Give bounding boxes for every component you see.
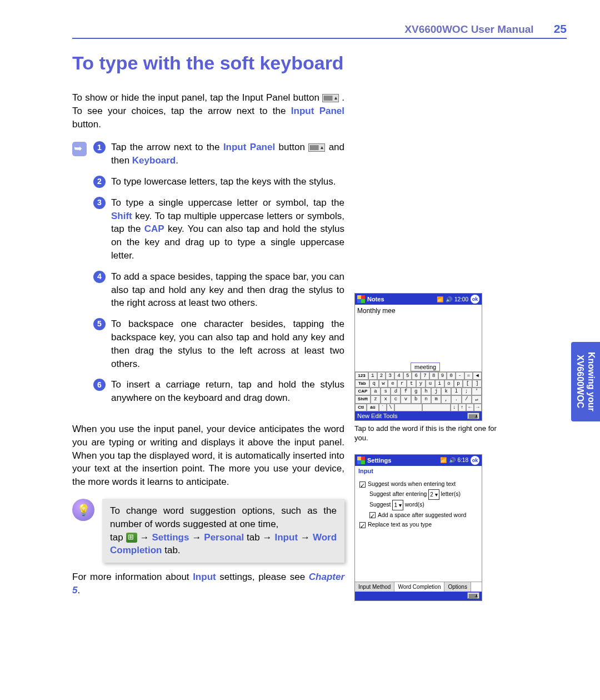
key[interactable]: 0 — [447, 372, 456, 380]
key[interactable]: ` — [379, 404, 387, 411]
key[interactable]: áü — [367, 404, 378, 411]
key[interactable]: 5 — [403, 372, 412, 380]
page-number: 25 — [554, 22, 567, 36]
key[interactable]: q — [369, 380, 379, 388]
key[interactable]: . — [451, 395, 461, 404]
key[interactable]: 8 — [429, 372, 438, 380]
key[interactable]: f — [401, 388, 411, 395]
windows-flag-icon — [357, 295, 365, 303]
key[interactable]: o — [444, 380, 454, 388]
step-3: 3 To type a single uppercase letter or s… — [93, 196, 344, 262]
settings-subheader: Input — [355, 466, 482, 476]
key[interactable] — [394, 404, 422, 411]
key[interactable]: 2 — [377, 372, 386, 380]
step-6: 6 To insert a carriage return, tap and h… — [93, 378, 344, 405]
key[interactable]: Tab — [355, 380, 369, 388]
section-title: To type with the soft keyboard — [72, 52, 567, 74]
step-number-badge: 1 — [93, 141, 106, 153]
key[interactable]: x — [381, 395, 391, 404]
key[interactable]: j — [431, 388, 441, 395]
key[interactable]: k — [441, 388, 451, 395]
letters-select[interactable]: 2 — [428, 489, 439, 500]
ok-button[interactable]: ok — [471, 295, 479, 304]
tab-input-method[interactable]: Input Method — [355, 582, 394, 592]
key[interactable]: e — [388, 380, 397, 388]
key[interactable]: d — [391, 388, 401, 395]
word-suggestion-popup[interactable]: meeting — [411, 363, 440, 371]
key[interactable]: ] — [472, 380, 482, 388]
key[interactable]: 7 — [421, 372, 429, 380]
key[interactable]: ; — [462, 388, 472, 395]
key[interactable]: 9 — [438, 372, 447, 380]
steps-list: 1 Tap the arrow next to the Input Panel … — [93, 141, 344, 413]
key[interactable]: p — [454, 380, 463, 388]
key[interactable]: z — [371, 395, 381, 404]
key[interactable] — [422, 404, 450, 411]
menu-bar[interactable]: New Edit Tools — [357, 413, 398, 419]
key[interactable]: Ctl — [355, 404, 367, 411]
key[interactable]: b — [411, 395, 421, 404]
key[interactable]: w — [379, 380, 388, 388]
signal-icon: 📶 — [440, 457, 447, 463]
key[interactable]: a — [371, 388, 381, 395]
replace-text-checkbox[interactable] — [359, 522, 366, 528]
key[interactable]: 3 — [386, 372, 394, 380]
key[interactable]: 6 — [412, 372, 421, 380]
key[interactable]: h — [421, 388, 431, 395]
key[interactable]: / — [462, 395, 472, 404]
key[interactable]: i — [435, 380, 444, 388]
tab-options[interactable]: Options — [444, 582, 471, 592]
key[interactable]: n — [421, 395, 431, 404]
footer-note: For more information about Input setting… — [72, 570, 344, 597]
key[interactable]: v — [401, 395, 411, 404]
key[interactable]: 4 — [394, 372, 403, 380]
input-panel-icon — [308, 143, 325, 152]
step-5: 5 To backspace one character besides, ta… — [93, 317, 344, 370]
step-number-badge: 2 — [93, 176, 106, 188]
key[interactable]: ← — [466, 404, 474, 411]
speaker-icon: 🔊 — [449, 457, 456, 463]
key[interactable]: t — [407, 380, 416, 388]
step-2: 2 To type lowercase letters, tap the key… — [93, 175, 344, 188]
key[interactable]: l — [451, 388, 461, 395]
soft-keyboard[interactable]: 1231234567890-=◄ Tabqwertyuiop[] CAPasdf… — [355, 371, 482, 411]
key[interactable]: r — [397, 380, 407, 388]
key[interactable]: 1 — [368, 372, 377, 380]
add-space-checkbox[interactable] — [369, 512, 376, 518]
ok-button[interactable]: ok — [471, 456, 479, 465]
suggest-words-checkbox[interactable] — [359, 481, 366, 488]
tip-box: To change word suggestion options, such … — [72, 499, 344, 563]
key[interactable]: ↑ — [458, 404, 466, 411]
key[interactable]: s — [381, 388, 391, 395]
key[interactable]: ' — [472, 388, 482, 395]
input-panel-icon[interactable] — [467, 413, 479, 419]
input-panel-icon[interactable] — [467, 592, 479, 599]
key[interactable]: = — [464, 372, 473, 380]
key[interactable]: , — [441, 395, 451, 404]
words-select[interactable]: 1 — [392, 500, 403, 510]
key[interactable]: → — [474, 404, 482, 411]
key[interactable]: \ — [387, 404, 394, 411]
key[interactable]: y — [416, 380, 426, 388]
intro-paragraph: To show or hide the input panel, tap the… — [72, 91, 344, 131]
key[interactable]: Shift — [355, 395, 371, 404]
key[interactable]: 123 — [355, 372, 368, 380]
settings-tabs[interactable]: Input Method Word Completion Options — [355, 582, 482, 592]
key[interactable]: [ — [463, 380, 472, 388]
key[interactable]: m — [431, 395, 441, 404]
step-number-badge: 3 — [93, 197, 106, 209]
page-header: XV6600WOC User Manual 25 — [72, 22, 567, 39]
start-menu-icon — [126, 533, 137, 543]
key[interactable]: u — [426, 380, 435, 388]
key[interactable]: CAP — [355, 388, 371, 395]
key[interactable]: ◄ — [473, 372, 482, 380]
key[interactable]: ↓ — [451, 404, 458, 411]
signal-icon: 📶 — [437, 296, 443, 302]
key[interactable]: g — [411, 388, 421, 395]
key[interactable]: - — [456, 372, 464, 380]
key[interactable]: ↵ — [472, 395, 482, 404]
key[interactable]: c — [391, 395, 401, 404]
tab-word-completion[interactable]: Word Completion — [394, 582, 444, 592]
settings-app-screenshot: Settings 📶🔊6:18ok Input Suggest words wh… — [354, 454, 482, 601]
step-number-badge: 5 — [93, 318, 106, 330]
